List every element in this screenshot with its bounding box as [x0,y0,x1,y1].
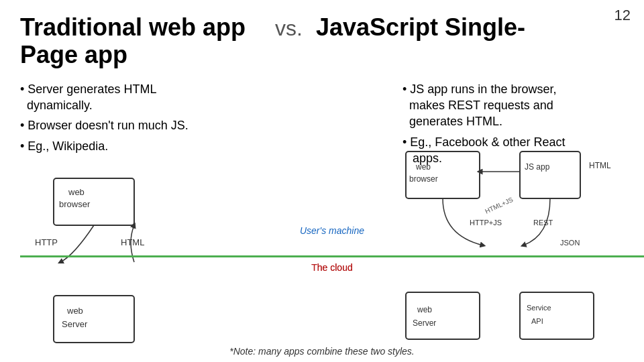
right-bullet-1: JS app runs in the browser, makes REST r… [402,81,624,130]
svg-rect-21 [520,292,594,339]
svg-text:JS app: JS app [525,162,550,172]
left-bullet-2: Browser doesn't run much JS. [20,117,282,133]
svg-text:Server: Server [62,319,88,329]
svg-text:Service: Service [527,304,551,312]
diagram-left-top: web browser HTTP HTML [34,175,201,282]
svg-text:HTML: HTML [121,237,144,247]
svg-text:HTTP+JS: HTTP+JS [470,219,502,227]
svg-text:HTTP: HTTP [35,237,58,247]
header: Traditional web appPage app vs. JavaScri… [20,13,624,69]
left-sub-bullet: Eg., Wikipedia. [20,138,282,154]
title-right: JavaScript Single- [316,13,624,41]
svg-text:JSON: JSON [560,239,580,247]
left-bullet-1: Server generates HTML dynamically. [20,81,282,114]
svg-text:web: web [66,306,83,316]
svg-text:web: web [417,305,432,314]
left-bullets: Server generates HTML dynamically. Brows… [20,81,282,154]
slide: 12 Traditional web appPage app vs. JavaS… [0,0,644,362]
svg-text:web: web [415,162,431,172]
svg-text:browser: browser [409,174,438,184]
svg-text:web: web [68,187,85,197]
slide-number: 12 [614,7,631,24]
title-left: Traditional web appPage app [20,13,262,69]
svg-rect-18 [406,292,480,339]
bottom-note: *Note: many apps combine these two style… [0,346,644,357]
vs-label: vs. [275,16,303,41]
user-machine-label: User's machine [288,225,376,236]
svg-text:HTML+JS: HTML+JS [484,196,514,215]
svg-text:API: API [531,317,543,325]
svg-text:REST: REST [533,219,553,227]
svg-text:HTML: HTML [589,161,611,170]
svg-rect-11 [520,152,580,198]
cloud-label-text: The cloud [288,262,376,273]
svg-text:Server: Server [413,318,436,328]
svg-text:browser: browser [59,199,91,209]
diagram-right-top: web browser JS app HTML HTTP+JS REST [402,148,631,276]
